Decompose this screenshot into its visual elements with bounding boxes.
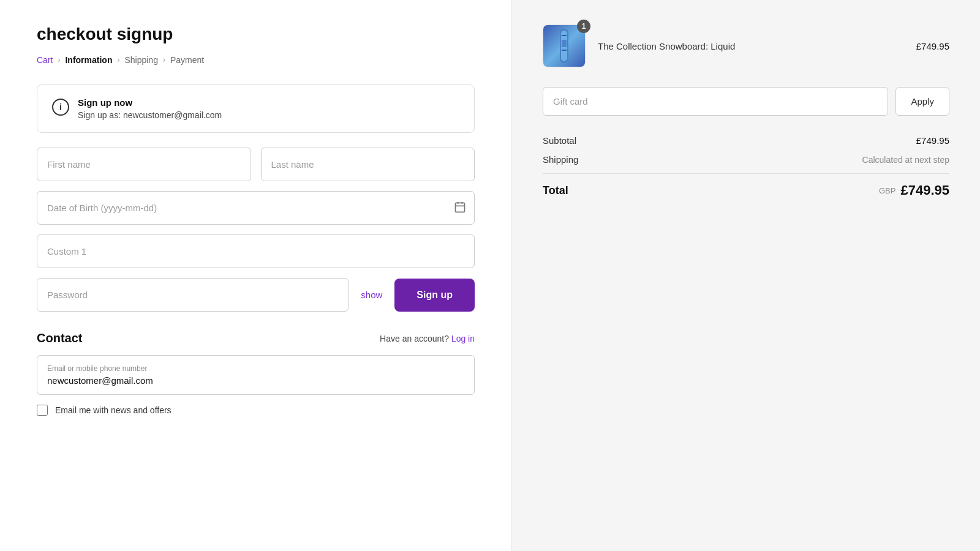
info-icon: i — [52, 99, 69, 116]
total-label: Total — [543, 184, 568, 197]
breadcrumb: Cart › Information › Shipping › Payment — [37, 55, 475, 65]
subtotal-label: Subtotal — [543, 135, 576, 146]
first-name-field — [37, 148, 251, 181]
dob-input[interactable] — [37, 191, 475, 225]
total-row: Total GBP £749.95 — [543, 182, 949, 198]
breadcrumb-sep-2: › — [117, 56, 119, 64]
newsletter-checkbox[interactable] — [37, 405, 48, 416]
subtotal-value: £749.95 — [916, 135, 949, 146]
product-name: The Collection Snowboard: Liquid — [598, 41, 904, 51]
shipping-value: Calculated at next step — [862, 155, 949, 165]
signup-button[interactable]: Sign up — [394, 279, 475, 312]
breadcrumb-sep-3: › — [163, 56, 165, 64]
breadcrumb-payment: Payment — [170, 55, 204, 65]
contact-email-label: Email or mobile phone number — [47, 364, 464, 373]
newsletter-label[interactable]: Email me with news and offers — [55, 405, 172, 415]
total-amount: £749.95 — [900, 182, 949, 198]
custom1-field — [37, 234, 475, 268]
signup-banner: i Sign up now Sign up as: newcustomer@gm… — [37, 84, 475, 133]
product-quantity-badge: 1 — [577, 20, 590, 33]
gift-card-input[interactable] — [543, 87, 888, 116]
dob-field — [37, 191, 475, 225]
signup-text: Sign up now Sign up as: newcustomer@gmai… — [78, 97, 222, 120]
right-panel: 1 The Collection Snowboard: Liquid £749.… — [511, 0, 980, 551]
gift-card-row: Apply — [543, 87, 949, 116]
password-row: show Sign up — [37, 278, 475, 312]
summary-divider — [543, 173, 949, 174]
breadcrumb-shipping: Shipping — [124, 55, 158, 65]
breadcrumb-information: Information — [65, 55, 112, 65]
contact-email-field: Email or mobile phone number newcustomer… — [37, 355, 475, 395]
signup-banner-title: Sign up now — [78, 97, 222, 108]
left-panel: checkout signup Cart › Information › Shi… — [0, 0, 511, 551]
password-input[interactable] — [37, 278, 349, 312]
product-price: £749.95 — [916, 41, 949, 51]
name-row — [37, 148, 475, 181]
custom1-input[interactable] — [37, 234, 475, 268]
breadcrumb-sep-1: › — [58, 56, 60, 64]
password-field — [37, 278, 349, 312]
subtotal-row: Subtotal £749.95 — [543, 135, 949, 146]
last-name-field — [261, 148, 475, 181]
newsletter-checkbox-row: Email me with news and offers — [37, 405, 475, 416]
apply-button[interactable]: Apply — [895, 87, 949, 116]
contact-header: Contact Have an account? Log in — [37, 331, 475, 345]
contact-title: Contact — [37, 331, 82, 345]
svg-rect-7 — [562, 40, 567, 47]
login-link[interactable]: Log in — [451, 334, 475, 343]
last-name-input[interactable] — [261, 148, 475, 181]
show-password-link[interactable]: show — [358, 290, 385, 300]
product-image-wrap: 1 — [543, 24, 586, 67]
signup-banner-subtitle: Sign up as: newcustomer@gmail.com — [78, 110, 222, 120]
contact-email-value: newcustomer@gmail.com — [47, 375, 464, 386]
shipping-label: Shipping — [543, 154, 578, 165]
first-name-input[interactable] — [37, 148, 251, 181]
svg-rect-6 — [562, 35, 567, 36]
have-account-text: Have an account? — [380, 334, 449, 343]
product-item: 1 The Collection Snowboard: Liquid £749.… — [543, 24, 949, 67]
svg-rect-8 — [562, 50, 567, 51]
shipping-row: Shipping Calculated at next step — [543, 154, 949, 165]
total-value: GBP £749.95 — [879, 182, 949, 198]
total-currency: GBP — [879, 186, 895, 195]
page-title: checkout signup — [37, 24, 475, 44]
breadcrumb-cart[interactable]: Cart — [37, 55, 53, 65]
have-account: Have an account? Log in — [380, 334, 475, 343]
